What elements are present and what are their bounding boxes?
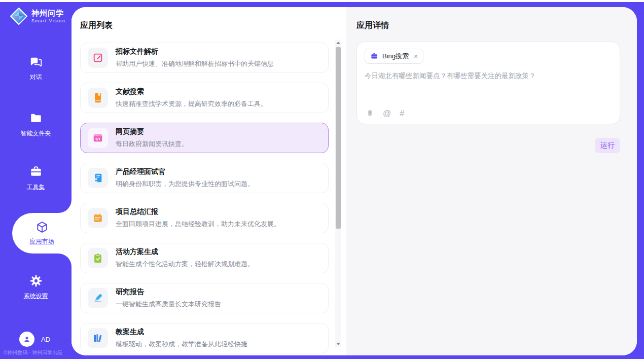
app-list-item[interactable]: 文献搜索 快速精准查找学术资源，提高研究效率的必备工具。 bbox=[80, 83, 329, 113]
briefcase-icon bbox=[370, 52, 378, 60]
app-list-item[interactable]: 活动方案生成 智能生成个性化活动方案，轻松解决规划难题。 bbox=[80, 243, 329, 273]
app-list-item[interactable]: 产品经理面试官 明确身份和职责，为您提供专业性的面试问题。 bbox=[80, 163, 329, 193]
scroll-up-icon[interactable] bbox=[336, 42, 340, 44]
bubble-notch-top bbox=[58, 200, 71, 213]
app-description: 模板驱动，教案秒成，教学准备从此轻松快捷 bbox=[116, 340, 247, 349]
run-button[interactable]: 运行 bbox=[595, 138, 620, 153]
sidebar-item-settings[interactable]: 系统设置 bbox=[0, 274, 71, 301]
account[interactable]: AD bbox=[19, 332, 50, 347]
app-name: 网页摘要 bbox=[116, 127, 188, 136]
toolbox-icon bbox=[29, 165, 43, 178]
app-detail-panel: 应用详情 Bing搜索 × 今日湖北有哪些新闻要点？有哪些需要关注的最新政策？ … bbox=[346, 7, 637, 355]
app-description: 智能生成个性化活动方案，轻松解决规划难题。 bbox=[116, 260, 254, 269]
pen-icon bbox=[88, 288, 108, 308]
scroll-down-icon[interactable] bbox=[336, 343, 340, 345]
app-list-item[interactable]: 招标文件解析 帮助用户快速、准确地理解和解析招标书中的关键信息 bbox=[80, 43, 329, 73]
app-list-panel: 应用列表 招标文件解析 帮助用户快速、准确地理解和解析招标书中的关键信息 文献搜… bbox=[71, 7, 346, 355]
app-name: 产品经理面试官 bbox=[116, 167, 254, 176]
hash-icon[interactable]: # bbox=[400, 110, 404, 118]
sidebar-item-label: 工具集 bbox=[27, 183, 45, 192]
bubble-notch-bottom bbox=[58, 254, 71, 267]
sidebar-item-label: 智能文件夹 bbox=[21, 129, 51, 138]
sidebar-item-label: 对话 bbox=[30, 73, 42, 82]
app-description: 全面回顾项目进展，总结经验教训，助力未来优化发展。 bbox=[116, 220, 280, 229]
app-name: 研究报告 bbox=[116, 287, 221, 297]
mention-icon[interactable]: @ bbox=[383, 110, 391, 118]
app-list: 招标文件解析 帮助用户快速、准确地理解和解析招标书中的关键信息 文献搜索 快速精… bbox=[80, 43, 329, 355]
browser-code-icon bbox=[88, 128, 108, 148]
sidebar-item-label: 系统设置 bbox=[24, 292, 48, 301]
prompt-card: Bing搜索 × 今日湖北有哪些新闻要点？有哪些需要关注的最新政策？ @ # bbox=[356, 42, 620, 124]
brand-logo: 神州问学 Smart Vision bbox=[10, 7, 65, 25]
sidebar-item-app-market[interactable]: 应用市场 bbox=[12, 213, 71, 254]
scrollbar[interactable] bbox=[335, 40, 341, 347]
app-list-item[interactable]: 教案生成 模板驱动，教案秒成，教学准备从此轻松快捷 bbox=[80, 323, 329, 353]
sidebar-item-label: 应用市场 bbox=[30, 237, 54, 246]
brand-tagline: Smart Vision bbox=[31, 18, 65, 23]
copyright: ©神州数码 · 神州问学出品 bbox=[4, 349, 62, 356]
app-list-item[interactable]: 研究报告 一键智能生成高质量长文本研究报告 bbox=[80, 283, 329, 313]
book-icon bbox=[88, 88, 108, 108]
app-list-item[interactable]: 网页摘要 每日政府新闻资讯快查。 bbox=[80, 123, 329, 153]
app-description: 明确身份和职责，为您提供专业性的面试问题。 bbox=[116, 179, 254, 189]
sidebar-item-toolset[interactable]: 工具集 bbox=[0, 165, 71, 192]
app-description: 帮助用户快速、准确地理解和解析招标书中的关键信息 bbox=[116, 59, 274, 68]
cube-icon bbox=[35, 221, 49, 234]
app-name: 活动方案生成 bbox=[116, 247, 254, 257]
brand-gem-icon bbox=[10, 7, 28, 25]
composer-toolbar: @ # bbox=[366, 109, 404, 118]
chat-icon bbox=[29, 55, 43, 68]
clipboard-check-icon bbox=[88, 248, 108, 268]
main-content: 应用列表 招标文件解析 帮助用户快速、准确地理解和解析招标书中的关键信息 文献搜… bbox=[71, 7, 637, 355]
brand-name: 神州问学 bbox=[31, 9, 65, 18]
app-description: 每日政府新闻资讯快查。 bbox=[116, 139, 188, 149]
tool-chip-label: Bing搜索 bbox=[382, 52, 409, 61]
folder-icon bbox=[29, 112, 43, 125]
chip-close-icon[interactable]: × bbox=[414, 52, 418, 60]
app-name: 招标文件解析 bbox=[116, 47, 274, 56]
person-icon bbox=[22, 335, 31, 344]
app-list-item[interactable]: 项目总结汇报 全面回顾项目进展，总结经验教训，助力未来优化发展。 bbox=[80, 203, 329, 233]
app-detail-title: 应用详情 bbox=[356, 20, 389, 31]
scrollbar-thumb[interactable] bbox=[336, 47, 341, 229]
paperclip-icon[interactable] bbox=[366, 109, 374, 118]
app-name: 教案生成 bbox=[116, 328, 247, 337]
account-name: AD bbox=[41, 336, 50, 343]
app-frame: 神州问学 Smart Vision 对话 智能文件夹 工具集 应用市场 系统设置 bbox=[0, 2, 644, 359]
calendar-icon bbox=[88, 208, 108, 228]
tool-chip-bing-search[interactable]: Bing搜索 × bbox=[365, 49, 423, 64]
sidebar-item-smart-folder[interactable]: 智能文件夹 bbox=[0, 112, 71, 138]
app-list-title: 应用列表 bbox=[80, 20, 113, 31]
gear-icon bbox=[29, 274, 43, 287]
sidebar-item-chat[interactable]: 对话 bbox=[0, 55, 71, 82]
app-name: 项目总结汇报 bbox=[116, 207, 280, 216]
books-icon bbox=[88, 328, 108, 348]
person-doc-icon bbox=[88, 168, 108, 188]
avatar bbox=[19, 332, 34, 347]
pencil-doc-icon bbox=[88, 48, 108, 68]
app-name: 文献搜索 bbox=[116, 87, 267, 96]
prompt-text[interactable]: 今日湖北有哪些新闻要点？有哪些需要关注的最新政策？ bbox=[365, 71, 612, 81]
sidebar: 神州问学 Smart Vision 对话 智能文件夹 工具集 应用市场 系统设置 bbox=[0, 2, 71, 359]
app-description: 一键智能生成高质量长文本研究报告 bbox=[116, 300, 221, 309]
app-description: 快速精准查找学术资源，提高研究效率的必备工具。 bbox=[116, 99, 267, 108]
